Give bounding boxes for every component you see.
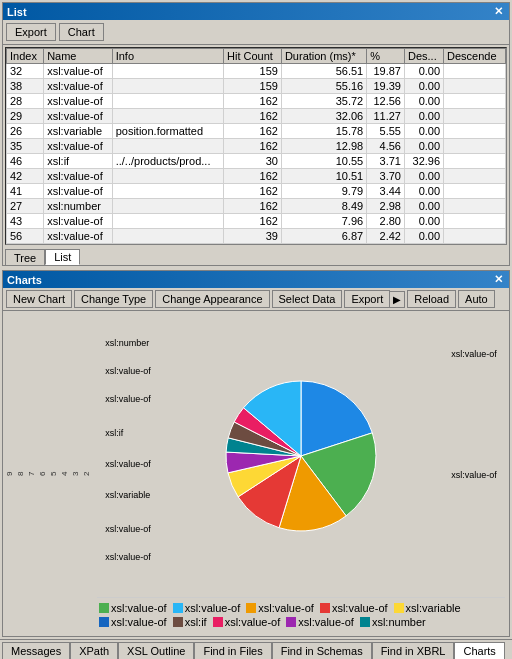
chart-main: xsl:number xsl:value-of xsl:value-of xsl… (93, 311, 509, 636)
change-type-button[interactable]: Change Type (74, 290, 153, 308)
table-row[interactable]: 29 xsl:value-of 162 32.06 11.27 0.00 (7, 109, 506, 124)
legend-label: xsl:number (372, 616, 426, 628)
list-table-container[interactable]: Index Name Info Hit Count Duration (ms)*… (5, 47, 507, 245)
bottom-tab-charts[interactable]: Charts (454, 642, 504, 659)
charts-panel: Charts ✕ New Chart Change Type Change Ap… (2, 270, 510, 637)
list-titlebar: List ✕ (3, 3, 509, 20)
table-body: 32 xsl:value-of 159 56.51 19.87 0.00 38 … (7, 64, 506, 244)
table-row[interactable]: 32 xsl:value-of 159 56.51 19.87 0.00 (7, 64, 506, 79)
table-row[interactable]: 28 xsl:value-of 162 35.72 12.56 0.00 (7, 94, 506, 109)
pie-label-7: xsl:value-of (105, 524, 151, 534)
legend-color-swatch (286, 617, 296, 627)
legend-label: xsl:value-of (111, 602, 167, 614)
charts-titlebar: Charts ✕ (3, 271, 509, 288)
col-info[interactable]: Info (112, 49, 223, 64)
table-header-row: Index Name Info Hit Count Duration (ms)*… (7, 49, 506, 64)
side-label-6: 6 (38, 471, 47, 475)
side-label-9: 9 (5, 471, 14, 475)
pie-label-5: xsl:value-of (105, 459, 151, 469)
legend-item: xsl:number (360, 616, 426, 628)
select-data-button[interactable]: Select Data (272, 290, 343, 308)
legend-color-swatch (173, 617, 183, 627)
list-table: Index Name Info Hit Count Duration (ms)*… (6, 48, 506, 244)
pie-label-10: xsl:value-of (451, 470, 497, 480)
pie-label-6: xsl:variable (105, 490, 150, 500)
bottom-tab-xsl-outline[interactable]: XSL Outline (118, 642, 194, 659)
legend-color-swatch (173, 603, 183, 613)
pie-label-9: xsl:value-of (451, 349, 497, 359)
reload-button[interactable]: Reload (407, 290, 456, 308)
col-hitcount[interactable]: Hit Count (224, 49, 282, 64)
table-row[interactable]: 26 xsl:variable position.formatted 162 1… (7, 124, 506, 139)
pie-label-1: xsl:number (105, 338, 149, 348)
list-panel: List ✕ Export Chart Index Name Info Hit … (2, 2, 510, 266)
table-row[interactable]: 56 xsl:value-of 39 6.87 2.42 0.00 (7, 229, 506, 244)
table-row[interactable]: 41 xsl:value-of 162 9.79 3.44 0.00 (7, 184, 506, 199)
legend-item: xsl:value-of (173, 602, 241, 614)
table-row[interactable]: 38 xsl:value-of 159 55.16 19.39 0.00 (7, 79, 506, 94)
pie-chart (161, 361, 441, 551)
bottom-tab-xpath[interactable]: XPath (70, 642, 118, 659)
table-row[interactable]: 43 xsl:value-of 162 7.96 2.80 0.00 (7, 214, 506, 229)
charts-close-button[interactable]: ✕ (492, 273, 505, 286)
col-des[interactable]: Des... (404, 49, 443, 64)
table-row[interactable]: 27 xsl:number 162 8.49 2.98 0.00 (7, 199, 506, 214)
legend-label: xsl:value-of (258, 602, 314, 614)
pie-label-3: xsl:value-of (105, 394, 151, 404)
table-row[interactable]: 42 xsl:value-of 162 10.51 3.70 0.00 (7, 169, 506, 184)
table-row[interactable]: 35 xsl:value-of 162 12.98 4.56 0.00 (7, 139, 506, 154)
legend-color-swatch (99, 617, 109, 627)
chart-side-labels: 9 8 7 6 5 4 3 2 (3, 311, 93, 636)
legend-item: xsl:variable (394, 602, 461, 614)
side-label-7: 7 (27, 471, 36, 475)
tree-list-tabs: Tree List (3, 247, 509, 265)
legend-label: xsl:value-of (332, 602, 388, 614)
col-duration[interactable]: Duration (ms)* (281, 49, 366, 64)
side-label-3: 3 (71, 471, 80, 475)
tree-tab[interactable]: Tree (5, 249, 45, 265)
table-row[interactable]: 46 xsl:if ../../products/prod... 30 10.5… (7, 154, 506, 169)
change-appearance-button[interactable]: Change Appearance (155, 290, 269, 308)
col-index[interactable]: Index (7, 49, 44, 64)
list-toolbar: Export Chart (3, 20, 509, 45)
export-group: Export ▶ (344, 290, 405, 308)
col-percent[interactable]: % (367, 49, 405, 64)
charts-title: Charts (7, 274, 42, 286)
legend-label: xsl:value-of (225, 616, 281, 628)
charts-export-button[interactable]: Export (344, 290, 390, 308)
chart-area: 9 8 7 6 5 4 3 2 xsl:number xsl:value-of (3, 311, 509, 636)
charts-toolbar: New Chart Change Type Change Appearance … (3, 288, 509, 311)
legend-color-swatch (394, 603, 404, 613)
legend-item: xsl:value-of (246, 602, 314, 614)
bottom-tab-find-in-files[interactable]: Find in Files (194, 642, 271, 659)
legend-color-swatch (246, 603, 256, 613)
list-title: List (7, 6, 27, 18)
side-label-8: 8 (16, 471, 25, 475)
legend-label: xsl:value-of (185, 602, 241, 614)
legend-label: xsl:variable (406, 602, 461, 614)
bottom-tab-messages[interactable]: Messages (2, 642, 70, 659)
col-descende[interactable]: Descende (444, 49, 506, 64)
main-window: List ✕ Export Chart Index Name Info Hit … (0, 0, 512, 659)
legend-label: xsl:if (185, 616, 207, 628)
chart-button[interactable]: Chart (59, 23, 104, 41)
legend-color-swatch (213, 617, 223, 627)
legend-label: xsl:value-of (298, 616, 354, 628)
bottom-tabs: MessagesXPathXSL OutlineFind in FilesFin… (0, 639, 512, 659)
list-close-button[interactable]: ✕ (492, 5, 505, 18)
bottom-tab-find-in-schemas[interactable]: Find in Schemas (272, 642, 372, 659)
side-label-5: 5 (49, 471, 58, 475)
col-name[interactable]: Name (44, 49, 113, 64)
legend-item: xsl:if (173, 616, 207, 628)
pie-label-2: xsl:value-of (105, 366, 151, 376)
auto-button[interactable]: Auto (458, 290, 495, 308)
legend: xsl:value-of xsl:value-of xsl:value-of x… (97, 597, 505, 632)
export-button[interactable]: Export (6, 23, 56, 41)
bottom-tab-find-in-xbrl[interactable]: Find in XBRL (372, 642, 455, 659)
export-dropdown-arrow[interactable]: ▶ (389, 291, 405, 308)
list-tab[interactable]: List (45, 249, 80, 265)
legend-label: xsl:value-of (111, 616, 167, 628)
pie-label-4: xsl:if (105, 428, 123, 438)
legend-item: xsl:value-of (213, 616, 281, 628)
new-chart-button[interactable]: New Chart (6, 290, 72, 308)
